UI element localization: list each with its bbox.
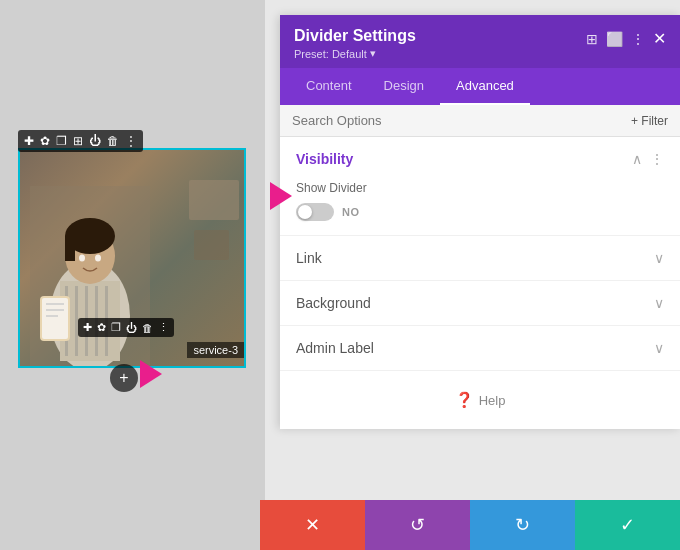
search-bar: + Filter bbox=[280, 105, 680, 137]
panel-title: Divider Settings bbox=[294, 27, 416, 45]
panel-preset[interactable]: Preset: Default ▾ bbox=[294, 47, 416, 60]
visibility-title: Visibility bbox=[296, 151, 353, 167]
visibility-expanded: Show Divider NO bbox=[280, 181, 680, 236]
canvas-area: ✚ ✿ ❐ ⊞ ⏻ 🗑 ⋮ bbox=[0, 0, 265, 550]
image-card: service-3 ✚ ✿ ❐ ⏻ 🗑 ⋮ bbox=[18, 148, 246, 368]
close-panel-icon[interactable]: ✕ bbox=[653, 29, 666, 48]
link-icons[interactable]: ∨ bbox=[654, 250, 664, 266]
save-button[interactable]: ✓ bbox=[575, 500, 680, 550]
background-title: Background bbox=[296, 295, 371, 311]
inner-copy-icon[interactable]: ❐ bbox=[111, 321, 121, 334]
copy-icon[interactable]: ❐ bbox=[56, 134, 67, 148]
redo-button[interactable]: ↻ bbox=[470, 500, 575, 550]
inner-more-icon[interactable]: ⋮ bbox=[158, 321, 169, 334]
admin-label-section[interactable]: Admin Label ∨ bbox=[280, 326, 680, 371]
settings-icon[interactable]: ✿ bbox=[40, 134, 50, 148]
save-icon: ✓ bbox=[620, 514, 635, 536]
bottom-bar: ✕ ↺ ↻ ✓ bbox=[260, 500, 680, 550]
panel-arrow bbox=[270, 182, 292, 210]
cancel-icon: ✕ bbox=[305, 514, 320, 536]
panel-header-icons[interactable]: ⊞ ⬜ ⋮ ✕ bbox=[586, 29, 666, 48]
admin-label-icons[interactable]: ∨ bbox=[654, 340, 664, 356]
inner-add-icon[interactable]: ✚ bbox=[83, 321, 92, 334]
inner-trash-icon[interactable]: 🗑 bbox=[142, 322, 153, 334]
help-icon: ❓ bbox=[455, 391, 474, 409]
panel-content: Visibility ∧ ⋮ Show Divider NO Link ∨ bbox=[280, 137, 680, 429]
tab-advanced[interactable]: Advanced bbox=[440, 68, 530, 105]
tab-design[interactable]: Design bbox=[368, 68, 440, 105]
toggle-row: NO bbox=[296, 203, 664, 221]
canvas-top-toolbar[interactable]: ✚ ✿ ❐ ⊞ ⏻ 🗑 ⋮ bbox=[18, 130, 143, 152]
more-options-icon[interactable]: ⋮ bbox=[631, 31, 645, 47]
redo-icon: ↻ bbox=[515, 514, 530, 536]
visibility-icons[interactable]: ∧ ⋮ bbox=[632, 151, 664, 167]
canvas-arrow bbox=[140, 360, 162, 388]
add-element-button[interactable]: + bbox=[110, 364, 138, 392]
trash-icon[interactable]: 🗑 bbox=[107, 134, 119, 148]
cancel-button[interactable]: ✕ bbox=[260, 500, 365, 550]
settings-panel: Divider Settings Preset: Default ▾ ⊞ ⬜ ⋮… bbox=[280, 15, 680, 429]
panel-tabs: Content Design Advanced bbox=[280, 68, 680, 105]
svg-point-11 bbox=[79, 255, 85, 262]
admin-label-title: Admin Label bbox=[296, 340, 374, 356]
power-icon[interactable]: ⏻ bbox=[89, 134, 101, 148]
panel-header-left: Divider Settings Preset: Default ▾ bbox=[294, 27, 416, 60]
inner-settings-icon[interactable]: ✿ bbox=[97, 321, 106, 334]
show-divider-toggle[interactable] bbox=[296, 203, 334, 221]
toggle-no-label: NO bbox=[342, 206, 360, 218]
undo-icon: ↺ bbox=[410, 514, 425, 536]
visibility-section-header[interactable]: Visibility ∧ ⋮ bbox=[280, 137, 680, 181]
help-row[interactable]: ❓ Help bbox=[280, 371, 680, 429]
add-icon[interactable]: ✚ bbox=[24, 134, 34, 148]
grid-icon[interactable]: ⊞ bbox=[73, 134, 83, 148]
search-input[interactable] bbox=[292, 113, 631, 128]
link-section[interactable]: Link ∨ bbox=[280, 236, 680, 281]
visibility-more-icon[interactable]: ⋮ bbox=[650, 151, 664, 167]
filter-button[interactable]: + Filter bbox=[631, 114, 668, 128]
help-label: Help bbox=[479, 393, 506, 408]
admin-chevron-down-icon[interactable]: ∨ bbox=[654, 340, 664, 356]
background-icons[interactable]: ∨ bbox=[654, 295, 664, 311]
tab-content[interactable]: Content bbox=[290, 68, 368, 105]
toggle-knob bbox=[298, 205, 312, 219]
fullscreen-icon[interactable]: ⬜ bbox=[606, 31, 623, 47]
show-divider-label: Show Divider bbox=[296, 181, 664, 195]
svg-rect-10 bbox=[65, 236, 75, 261]
image-label: service-3 bbox=[187, 342, 244, 358]
chevron-up-icon[interactable]: ∧ bbox=[632, 151, 642, 167]
inner-toolbar[interactable]: ✚ ✿ ❐ ⏻ 🗑 ⋮ bbox=[78, 318, 174, 337]
panel-header: Divider Settings Preset: Default ▾ ⊞ ⬜ ⋮… bbox=[280, 15, 680, 68]
responsive-icon[interactable]: ⊞ bbox=[586, 31, 598, 47]
link-title: Link bbox=[296, 250, 322, 266]
inner-power-icon[interactable]: ⏻ bbox=[126, 322, 137, 334]
undo-button[interactable]: ↺ bbox=[365, 500, 470, 550]
background-chevron-down-icon[interactable]: ∨ bbox=[654, 295, 664, 311]
person-illustration bbox=[30, 186, 150, 366]
svg-point-12 bbox=[95, 255, 101, 262]
chevron-down-icon[interactable]: ∨ bbox=[654, 250, 664, 266]
more-icon[interactable]: ⋮ bbox=[125, 134, 137, 148]
background-section[interactable]: Background ∨ bbox=[280, 281, 680, 326]
